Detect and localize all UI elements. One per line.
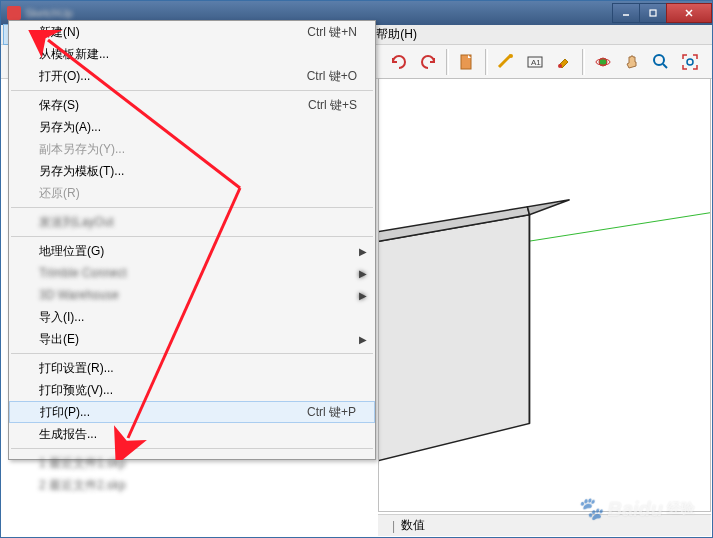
menu-item-label: 3D Warehouse (39, 288, 367, 302)
menu-item[interactable]: 打印(P)...Ctrl 键+P (9, 401, 375, 423)
menu-separator (11, 353, 373, 354)
app-window: SketchUp 文件(F)编辑(E)视图(V)相机(C)绘图(R)工具(T)窗… (0, 0, 713, 538)
toolbar-separator (485, 49, 488, 75)
redo-icon[interactable] (415, 49, 441, 75)
window-controls (613, 3, 712, 23)
svg-point-5 (509, 54, 513, 58)
menu-item[interactable]: 导入(I)... (9, 306, 375, 328)
zoom-icon[interactable] (648, 49, 674, 75)
menu-item-label: 另存为(A)... (39, 119, 367, 136)
menu-item[interactable]: 新建(N)Ctrl 键+N (9, 21, 375, 43)
menu-separator (11, 236, 373, 237)
menu-item-label: 打印(P)... (40, 404, 307, 421)
menu-item[interactable]: 打印设置(R)... (9, 357, 375, 379)
menu-item[interactable]: 导出(E)▶ (9, 328, 375, 350)
maximize-button[interactable] (639, 3, 667, 23)
menu-item: 副本另存为(Y)... (9, 138, 375, 160)
app-title: SketchUp (25, 7, 73, 19)
menu-item[interactable]: 发送到LayOut (9, 211, 375, 233)
status-label: 数值 (401, 517, 425, 534)
svg-point-8 (558, 64, 562, 68)
svg-line-12 (663, 64, 667, 68)
menu-item[interactable]: 另存为(A)... (9, 116, 375, 138)
file-dropdown-menu: 新建(N)Ctrl 键+N从模板新建...打开(O)...Ctrl 键+O保存(… (8, 20, 376, 460)
submenu-arrow-icon: ▶ (359, 246, 367, 257)
menu-shortcut: Ctrl 键+S (308, 97, 357, 114)
menu-item-label: 副本另存为(Y)... (39, 141, 367, 158)
menu-item-label: 打开(O)... (39, 68, 307, 85)
submenu-arrow-icon: ▶ (359, 290, 367, 301)
menu-item[interactable]: 另存为模板(T)... (9, 160, 375, 182)
submenu-arrow-icon: ▶ (359, 268, 367, 279)
pan-icon[interactable] (619, 49, 645, 75)
menu-item-label: 打印预览(V)... (39, 382, 367, 399)
menu-item-label: 新建(N) (39, 24, 307, 41)
menu-item-label: 导出(E) (39, 331, 367, 348)
toolbar-separator (446, 49, 449, 75)
menu-item[interactable]: 1 最近文件1.skp (9, 452, 375, 474)
submenu-arrow-icon: ▶ (359, 334, 367, 345)
menu-shortcut: Ctrl 键+N (307, 24, 357, 41)
menu-item[interactable]: 打开(O)...Ctrl 键+O (9, 65, 375, 87)
undo-icon[interactable] (386, 49, 412, 75)
close-button[interactable] (666, 3, 712, 23)
app-icon (7, 6, 21, 20)
toolbar-separator (582, 49, 585, 75)
svg-text:A1: A1 (531, 58, 541, 67)
menu-item-label: 还原(R) (39, 185, 367, 202)
menu-item[interactable]: 2 最近文件2.skp (9, 474, 375, 496)
menu-帮助(H)[interactable]: 帮助(H) (370, 24, 423, 45)
viewport-3d[interactable] (378, 78, 711, 512)
menu-separator (11, 448, 373, 449)
status-separator: | (392, 519, 395, 533)
menu-item-label: 从模板新建... (39, 46, 367, 63)
svg-marker-17 (527, 200, 569, 215)
minimize-button[interactable] (612, 3, 640, 23)
menu-shortcut: Ctrl 键+P (307, 404, 356, 421)
title-left: SketchUp (7, 6, 73, 20)
menu-item-label: 导入(I)... (39, 309, 367, 326)
menu-item-label: 发送到LayOut (39, 214, 367, 231)
menu-item-label: 另存为模板(T)... (39, 163, 367, 180)
svg-rect-1 (650, 10, 656, 16)
menu-item[interactable]: Trimble Connect▶ (9, 262, 375, 284)
statusbar: | 数值 (378, 514, 711, 536)
menu-item-label: 保存(S) (39, 97, 308, 114)
menu-separator (11, 207, 373, 208)
menu-item: 还原(R) (9, 182, 375, 204)
menu-shortcut: Ctrl 键+O (307, 68, 357, 85)
menu-item-label: 生成报告... (39, 426, 367, 443)
zoom-extents-icon[interactable] (677, 49, 703, 75)
menu-item[interactable]: 从模板新建... (9, 43, 375, 65)
svg-marker-15 (379, 215, 529, 466)
text-icon[interactable]: A1 (522, 49, 548, 75)
menu-item-label: 1 最近文件1.skp (39, 455, 367, 472)
menu-item[interactable]: 保存(S)Ctrl 键+S (9, 94, 375, 116)
paint-icon[interactable] (551, 49, 577, 75)
svg-point-13 (687, 59, 693, 65)
menu-item[interactable]: 生成报告... (9, 423, 375, 445)
tape-icon[interactable] (493, 49, 519, 75)
menu-separator (11, 90, 373, 91)
menu-item-label: Trimble Connect (39, 266, 367, 280)
menu-item[interactable]: 打印预览(V)... (9, 379, 375, 401)
orbit-icon[interactable] (590, 49, 616, 75)
page-icon[interactable] (454, 49, 480, 75)
menu-item-label: 2 最近文件2.skp (39, 477, 367, 494)
menu-item-label: 打印设置(R)... (39, 360, 367, 377)
menu-item[interactable]: 地理位置(G)▶ (9, 240, 375, 262)
menu-item[interactable]: 3D Warehouse▶ (9, 284, 375, 306)
svg-point-11 (654, 55, 664, 65)
menu-item-label: 地理位置(G) (39, 243, 367, 260)
